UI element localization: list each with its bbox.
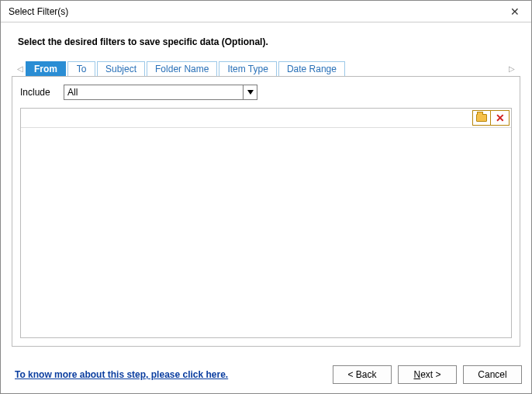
- tab-scroll-right-icon[interactable]: ▷: [506, 64, 517, 73]
- next-rest: ext >: [420, 369, 440, 380]
- filter-list-body[interactable]: [21, 127, 511, 337]
- next-mnemonic: N: [413, 369, 420, 380]
- svg-marker-0: [247, 90, 254, 95]
- help-link[interactable]: To know more about this step, please cli…: [15, 369, 326, 380]
- close-icon[interactable]: ✕: [503, 4, 527, 19]
- list-toolbar: ✕: [21, 109, 511, 127]
- tab-folder-name[interactable]: Folder Name: [147, 61, 217, 76]
- folder-icon: [476, 114, 487, 122]
- remove-button[interactable]: ✕: [491, 110, 510, 126]
- include-dropdown[interactable]: All: [64, 85, 257, 100]
- x-icon: ✕: [496, 112, 505, 123]
- tab-subject[interactable]: Subject: [97, 61, 145, 76]
- tab-from[interactable]: From: [26, 61, 66, 76]
- next-button[interactable]: Next >: [398, 365, 457, 384]
- tab-row: ◁ From To Subject Folder Name Item Type …: [12, 61, 520, 76]
- include-value: All: [64, 87, 243, 98]
- content-area: Select the desired filters to save speci…: [1, 22, 531, 359]
- chevron-down-icon[interactable]: [243, 85, 257, 99]
- tab-to[interactable]: To: [67, 61, 95, 76]
- back-button-label: < Back: [347, 369, 376, 380]
- footer: To know more about this step, please cli…: [1, 359, 531, 393]
- tabs-container: From To Subject Folder Name Item Type Da…: [26, 61, 506, 76]
- dialog-window: Select Filter(s) ✕ Select the desired fi…: [0, 0, 532, 394]
- instruction-text: Select the desired filters to save speci…: [18, 36, 517, 47]
- back-button[interactable]: < Back: [333, 365, 392, 384]
- include-row: Include All: [20, 85, 512, 100]
- window-title: Select Filter(s): [9, 6, 503, 17]
- tab-item-type[interactable]: Item Type: [219, 61, 276, 76]
- tab-date-range[interactable]: Date Range: [278, 61, 345, 76]
- include-label: Include: [20, 87, 57, 98]
- cancel-button[interactable]: Cancel: [463, 365, 522, 384]
- titlebar: Select Filter(s) ✕: [1, 1, 531, 22]
- filter-list-frame: ✕: [20, 108, 512, 338]
- cancel-button-label: Cancel: [478, 369, 506, 380]
- filter-panel: Include All ✕: [12, 76, 520, 347]
- browse-button[interactable]: [472, 110, 491, 126]
- tab-scroll-left-icon[interactable]: ◁: [15, 64, 26, 73]
